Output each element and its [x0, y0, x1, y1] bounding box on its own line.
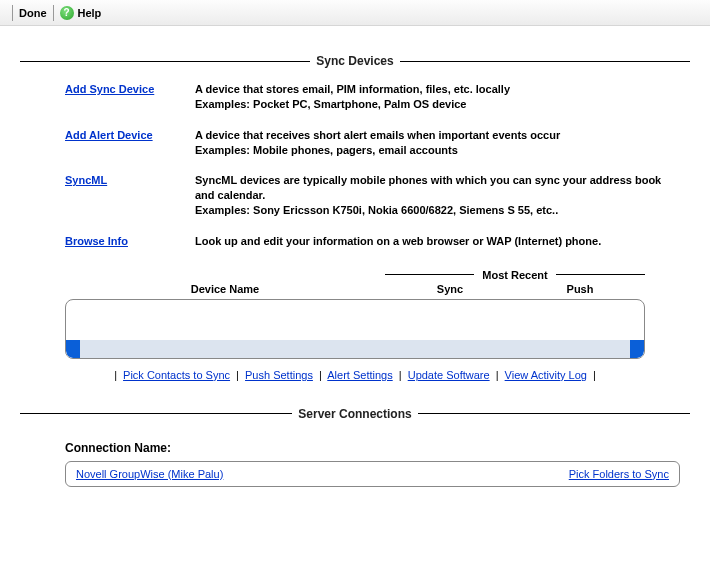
connection-name-link[interactable]: Novell GroupWise (Mike Palu): [76, 468, 223, 480]
definition-list: Add Sync Device A device that stores ema…: [65, 82, 680, 249]
browse-info-link[interactable]: Browse Info: [65, 235, 128, 247]
connection-wrap: Connection Name: Novell GroupWise (Mike …: [65, 441, 680, 487]
help-button[interactable]: ? Help: [60, 6, 102, 20]
col-sync: Sync: [385, 283, 515, 295]
toolbar-separator: [53, 5, 54, 21]
server-connections-heading: Server Connections: [20, 407, 690, 421]
connection-row: Novell GroupWise (Mike Palu) Pick Folder…: [65, 461, 680, 487]
server-connections-label: Server Connections: [292, 407, 417, 421]
scroll-right-button[interactable]: [630, 340, 644, 358]
sync-devices-heading: Sync Devices: [20, 54, 690, 68]
device-table-wrap: Most Recent Device Name Sync Push: [65, 269, 645, 359]
syncml-desc: SyncML devices are typically mobile phon…: [195, 173, 680, 218]
alert-settings-link[interactable]: Alert Settings: [327, 369, 392, 381]
def-row: Add Alert Device A device that receives …: [65, 128, 680, 158]
horizontal-scrollbar[interactable]: [66, 340, 644, 358]
toolbar-separator: [12, 5, 13, 21]
content-area: Sync Devices Add Sync Device A device th…: [0, 26, 710, 507]
add-alert-device-desc: A device that receives short alert email…: [195, 128, 680, 158]
add-sync-device-desc: A device that stores email, PIM informat…: [195, 82, 680, 112]
connection-name-label: Connection Name:: [65, 441, 680, 455]
table-header-top: Most Recent: [65, 269, 645, 281]
pick-contacts-link[interactable]: Pick Contacts to Sync: [123, 369, 230, 381]
browse-info-desc: Look up and edit your information on a w…: [195, 234, 680, 249]
toolbar: Done ? Help: [0, 0, 710, 26]
done-button[interactable]: Done: [19, 7, 47, 19]
sync-devices-label: Sync Devices: [310, 54, 399, 68]
device-table: [65, 299, 645, 359]
def-row: Browse Info Look up and edit your inform…: [65, 234, 680, 249]
col-device-name: Device Name: [65, 283, 385, 295]
def-row: Add Sync Device A device that stores ema…: [65, 82, 680, 112]
view-activity-log-link[interactable]: View Activity Log: [505, 369, 587, 381]
update-software-link[interactable]: Update Software: [408, 369, 490, 381]
help-label: Help: [78, 7, 102, 19]
col-push: Push: [515, 283, 645, 295]
syncml-link[interactable]: SyncML: [65, 174, 107, 186]
bottom-links: | Pick Contacts to Sync | Push Settings …: [65, 369, 645, 381]
table-header-bottom: Device Name Sync Push: [65, 283, 645, 295]
help-icon: ?: [60, 6, 74, 20]
add-sync-device-link[interactable]: Add Sync Device: [65, 83, 154, 95]
add-alert-device-link[interactable]: Add Alert Device: [65, 129, 153, 141]
pick-folders-link[interactable]: Pick Folders to Sync: [569, 468, 669, 480]
push-settings-link[interactable]: Push Settings: [245, 369, 313, 381]
scroll-left-button[interactable]: [66, 340, 80, 358]
most-recent-label: Most Recent: [474, 269, 555, 281]
def-row: SyncML SyncML devices are typically mobi…: [65, 173, 680, 218]
